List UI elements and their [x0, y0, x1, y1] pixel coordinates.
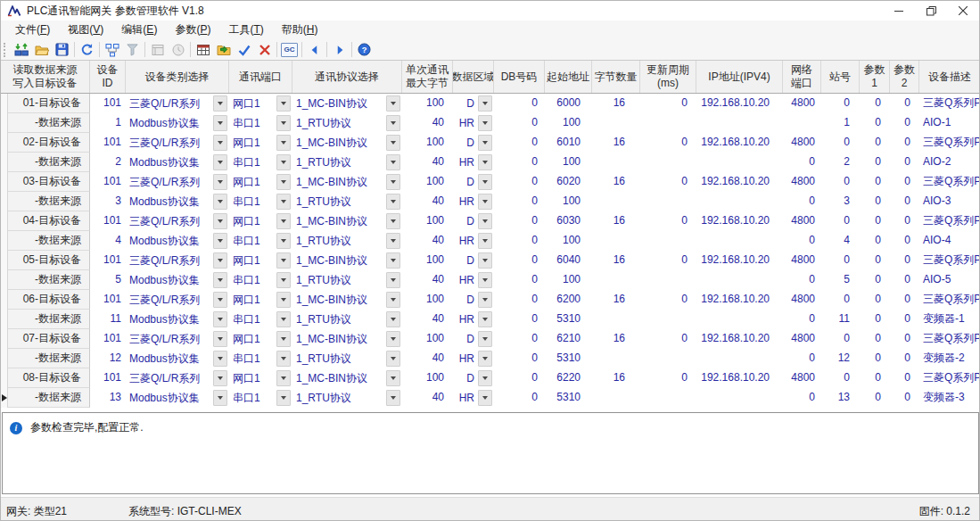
cell-p1[interactable]: 0: [860, 153, 890, 172]
dropdown-button[interactable]: [478, 174, 492, 190]
cell-area[interactable]: D: [453, 329, 494, 349]
monitor-button[interactable]: [168, 40, 188, 59]
dropdown-button[interactable]: [213, 351, 227, 367]
cell-station[interactable]: 0: [821, 133, 860, 153]
cell-area[interactable]: HR: [453, 270, 494, 290]
cell-max_bytes[interactable]: 100: [402, 211, 453, 231]
cell-bytes[interactable]: [592, 192, 640, 211]
menu-item-4[interactable]: 工具(T): [219, 21, 272, 39]
cell-station[interactable]: 0: [821, 329, 860, 349]
cell-desc[interactable]: 三菱Q系列PLC: [919, 368, 980, 388]
cell-cycle[interactable]: [640, 349, 696, 368]
cell-station[interactable]: 13: [821, 388, 860, 408]
dropdown-button[interactable]: [478, 311, 492, 327]
cell-max_bytes[interactable]: 100: [402, 329, 453, 349]
cell-p2[interactable]: 0: [890, 270, 919, 290]
cell-addr[interactable]: 100: [545, 153, 592, 172]
cell-cycle[interactable]: [640, 113, 696, 133]
cell-station[interactable]: 1: [821, 113, 860, 133]
cell-desc[interactable]: 三菱Q系列PLC: [919, 133, 980, 153]
cell-net_port[interactable]: 4800: [783, 94, 821, 113]
dropdown-button[interactable]: [478, 370, 492, 386]
cell-addr[interactable]: 6020: [545, 172, 592, 192]
dropdown-button[interactable]: [213, 115, 227, 131]
cell-cycle[interactable]: 0: [640, 368, 696, 388]
cell-desc[interactable]: AIO-5: [919, 270, 980, 290]
cell-bytes[interactable]: [592, 310, 640, 329]
import-button[interactable]: [213, 40, 234, 59]
cell-protocol[interactable]: 1_RTU协议: [292, 310, 402, 329]
cell-desc[interactable]: 三菱Q系列PLC: [919, 329, 980, 349]
cell-protocol[interactable]: 1_RTU协议: [292, 113, 402, 133]
cell-p1[interactable]: 0: [860, 192, 890, 211]
cell-type[interactable]: 三菱Q/L/R系列: [126, 133, 229, 153]
cell-port[interactable]: 网口1: [229, 172, 292, 192]
cell-max_bytes[interactable]: 40: [402, 153, 453, 172]
dropdown-button[interactable]: [478, 351, 492, 367]
cell-ip[interactable]: 192.168.10.20: [696, 251, 783, 270]
cell-db[interactable]: 0: [494, 113, 545, 133]
cell-port[interactable]: 网口1: [229, 251, 292, 270]
cell-area[interactable]: D: [453, 133, 494, 153]
cell-area[interactable]: D: [453, 94, 494, 113]
cell-protocol[interactable]: 1_MC-BIN协议: [292, 94, 402, 113]
cell-db[interactable]: 0: [494, 192, 545, 211]
cell-ip[interactable]: [696, 231, 783, 251]
cell-port[interactable]: 网口1: [229, 94, 292, 113]
cell-port[interactable]: 串口1: [229, 231, 292, 251]
cell-bytes[interactable]: 16: [592, 251, 640, 270]
cell-protocol[interactable]: 1_MC-BIN协议: [292, 133, 402, 153]
cell-p2[interactable]: 0: [890, 211, 919, 231]
cell-cycle[interactable]: [640, 231, 696, 251]
cell-id[interactable]: 101: [90, 290, 126, 310]
report-button[interactable]: [147, 40, 168, 59]
cell-id[interactable]: 12: [90, 349, 126, 368]
cell-ip[interactable]: [696, 113, 783, 133]
dropdown-button[interactable]: [478, 135, 492, 151]
cell-ip[interactable]: 192.168.10.20: [696, 172, 783, 192]
dropdown-button[interactable]: [386, 351, 400, 367]
dropdown-button[interactable]: [213, 154, 227, 170]
cell-protocol[interactable]: 1_MC-BIN协议: [292, 172, 402, 192]
row-header[interactable]: -数据来源: [8, 153, 90, 172]
cell-db[interactable]: 0: [494, 329, 545, 349]
refresh-button[interactable]: [77, 40, 97, 59]
cell-type[interactable]: 三菱Q/L/R系列: [126, 329, 229, 349]
cell-protocol[interactable]: 1_RTU协议: [292, 231, 402, 251]
cell-ip[interactable]: [696, 192, 783, 211]
cell-db[interactable]: 0: [494, 310, 545, 329]
cell-type[interactable]: Modbus协议集: [126, 388, 229, 408]
cell-p1[interactable]: 0: [860, 211, 890, 231]
cell-bytes[interactable]: [592, 349, 640, 368]
cell-p2[interactable]: 0: [890, 94, 919, 113]
cell-station[interactable]: 12: [821, 349, 860, 368]
gc-button[interactable]: GC: [279, 40, 300, 59]
cell-port[interactable]: 串口1: [229, 153, 292, 172]
cell-type[interactable]: 三菱Q/L/R系列: [126, 368, 229, 388]
dropdown-button[interactable]: [276, 272, 291, 288]
cell-desc[interactable]: AIO-4: [919, 231, 980, 251]
dropdown-button[interactable]: [276, 331, 291, 347]
help-button[interactable]: ?: [354, 40, 375, 59]
cell-type[interactable]: 三菱Q/L/R系列: [126, 94, 229, 113]
dropdown-button[interactable]: [478, 95, 492, 112]
cell-max_bytes[interactable]: 100: [402, 172, 453, 192]
menu-item-0[interactable]: 文件(F): [6, 21, 59, 39]
cell-net_port[interactable]: [783, 113, 821, 133]
cell-station[interactable]: 0: [821, 251, 860, 270]
cell-db[interactable]: 0: [494, 153, 545, 172]
cell-ip[interactable]: 192.168.10.20: [696, 368, 783, 388]
dropdown-button[interactable]: [386, 194, 400, 210]
cell-p1[interactable]: 0: [860, 113, 890, 133]
cell-addr[interactable]: 100: [545, 113, 592, 133]
cell-area[interactable]: D: [453, 172, 494, 192]
dropdown-button[interactable]: [276, 115, 291, 131]
prev-button[interactable]: [304, 40, 325, 59]
cell-p1[interactable]: 0: [860, 290, 890, 310]
cell-id[interactable]: 101: [90, 251, 126, 270]
cell-area[interactable]: D: [453, 211, 494, 231]
dropdown-button[interactable]: [478, 233, 492, 249]
dropdown-button[interactable]: [213, 390, 227, 406]
cell-p1[interactable]: 0: [860, 368, 890, 388]
cell-id[interactable]: 4: [90, 231, 126, 251]
